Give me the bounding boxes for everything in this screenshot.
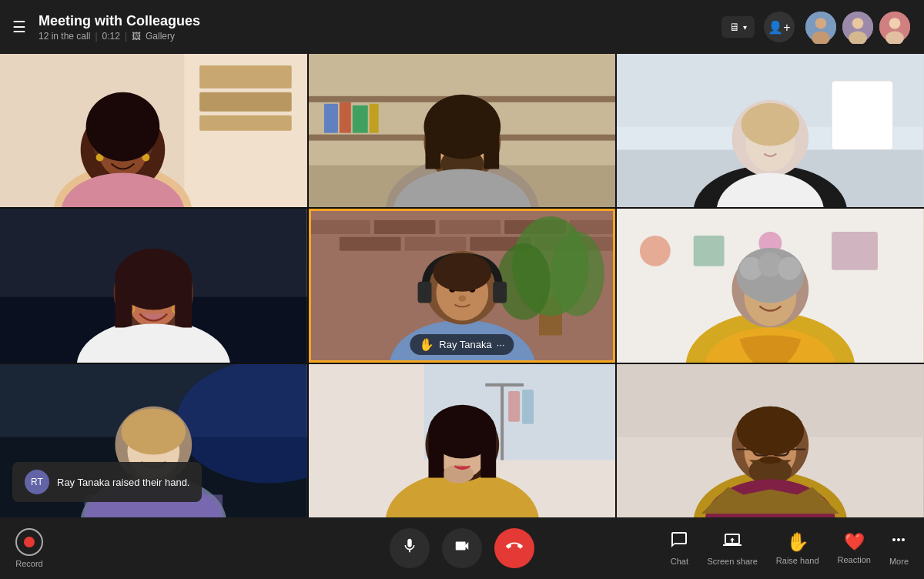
video-cell-1[interactable] — [0, 54, 307, 207]
video-cell-3[interactable] — [617, 54, 924, 207]
reaction-action[interactable]: ❤️ Reaction — [838, 532, 871, 564]
svg-rect-28 — [324, 104, 338, 133]
notification-toast: RT Ray Tanaka raised their hand. — [12, 462, 202, 502]
svg-rect-40 — [425, 123, 440, 169]
video-cell-8[interactable] — [309, 364, 616, 517]
reaction-icon: ❤️ — [844, 532, 865, 552]
svg-point-7 — [889, 18, 901, 29]
svg-point-52 — [742, 103, 800, 146]
view-mode: Gallery — [146, 31, 175, 42]
svg-point-92 — [640, 236, 671, 266]
chat-label: Chat — [671, 557, 688, 566]
svg-rect-29 — [340, 102, 351, 133]
camera-button[interactable] — [442, 528, 482, 568]
svg-point-114 — [121, 408, 186, 454]
svg-point-81 — [551, 232, 604, 316]
more-label: More — [889, 557, 909, 566]
add-person-button[interactable]: 👤+ — [764, 12, 795, 42]
toast-avatar: RT — [25, 470, 49, 494]
video-cell-2[interactable] — [309, 54, 616, 207]
svg-rect-70 — [373, 220, 435, 234]
svg-rect-30 — [352, 105, 367, 133]
screen-layout-button[interactable]: 🖥 ▾ — [721, 16, 755, 38]
video-cell-4[interactable] — [0, 209, 307, 362]
raise-hand-label: Raise hand — [776, 556, 819, 565]
meeting-info: Meeting with Colleagues 12 in the call |… — [38, 13, 721, 42]
video-cell-active-speaker[interactable]: ✋ Ray Tanaka ··· — [309, 209, 616, 362]
record-button[interactable]: Record — [15, 528, 43, 568]
screen-share-action[interactable]: Screen share — [707, 530, 757, 566]
raise-hand-icon: ✋ — [786, 531, 809, 553]
toolbar-left: Record — [15, 528, 92, 568]
more-action[interactable]: More — [889, 530, 909, 566]
svg-rect-134 — [480, 427, 496, 477]
more-icon — [889, 530, 908, 554]
mic-icon — [401, 537, 418, 559]
screen-icon: 🖥 — [729, 21, 740, 33]
svg-rect-74 — [340, 237, 401, 251]
avatar-2[interactable] — [841, 10, 875, 44]
svg-rect-122 — [522, 390, 534, 424]
more-options-dots[interactable]: ··· — [497, 339, 505, 350]
svg-rect-31 — [369, 104, 378, 133]
meeting-title: Meeting with Colleagues — [38, 13, 721, 29]
header-right-controls: 🖥 ▾ 👤+ — [721, 10, 912, 44]
svg-point-149 — [737, 406, 805, 455]
meeting-header: ☰ Meeting with Colleagues 12 in the call… — [0, 0, 924, 54]
svg-point-22 — [86, 92, 160, 162]
call-timer: 0:12 — [102, 31, 120, 42]
menu-button[interactable]: ☰ — [12, 18, 26, 36]
video-cell-6[interactable] — [617, 209, 924, 362]
svg-rect-95 — [832, 232, 878, 270]
svg-point-105 — [778, 257, 802, 280]
svg-rect-69 — [309, 220, 370, 234]
add-person-icon: 👤+ — [768, 20, 790, 35]
video-grid: ✋ Ray Tanaka ··· — [0, 54, 924, 517]
chevron-down-icon: ▾ — [743, 23, 747, 32]
svg-point-89 — [458, 296, 466, 302]
svg-rect-120 — [485, 383, 524, 387]
svg-rect-65 — [175, 274, 192, 328]
svg-rect-13 — [199, 115, 292, 131]
participants-count: 12 in the call — [38, 31, 90, 42]
video-cell-9[interactable] — [617, 364, 924, 517]
chat-action[interactable]: Chat — [670, 530, 688, 566]
mute-button[interactable] — [390, 528, 430, 568]
end-call-button[interactable] — [494, 528, 534, 568]
svg-rect-45 — [832, 81, 893, 150]
screen-share-label: Screen share — [707, 557, 757, 566]
svg-rect-84 — [417, 282, 431, 303]
screen-share-icon — [723, 530, 742, 554]
chat-icon — [670, 530, 688, 554]
toolbar-right: Chat Screen share ✋ Raise hand ❤️ Reacti… — [670, 530, 909, 566]
svg-rect-12 — [199, 92, 292, 112]
gallery-icon: 🖼 — [132, 31, 141, 42]
svg-rect-11 — [199, 65, 292, 89]
svg-rect-133 — [428, 427, 444, 477]
toolbar: Record — [0, 517, 924, 579]
participant-avatars — [804, 10, 912, 44]
camera-icon — [454, 537, 470, 559]
raise-hand-action[interactable]: ✋ Raise hand — [776, 531, 819, 565]
raised-hand-emoji: ✋ — [419, 337, 434, 352]
svg-point-1 — [815, 18, 827, 29]
svg-point-80 — [497, 243, 551, 320]
svg-rect-121 — [508, 391, 520, 422]
svg-rect-64 — [115, 274, 132, 328]
call-controls — [390, 528, 534, 568]
avatar-3[interactable] — [878, 10, 912, 44]
record-indicator — [15, 528, 43, 556]
svg-rect-75 — [404, 237, 466, 251]
avatar-1[interactable] — [804, 10, 838, 44]
svg-rect-119 — [500, 383, 504, 460]
svg-rect-85 — [493, 282, 507, 303]
svg-rect-71 — [439, 220, 500, 234]
svg-point-90 — [433, 253, 491, 292]
active-speaker-label: ✋ Ray Tanaka ··· — [410, 334, 514, 355]
svg-rect-93 — [694, 236, 725, 266]
meeting-meta: 12 in the call | 0:12 | 🖼 Gallery — [38, 31, 721, 42]
reaction-label: Reaction — [838, 555, 871, 564]
active-speaker-name: Ray Tanaka — [439, 339, 491, 350]
svg-rect-41 — [484, 123, 499, 169]
svg-point-4 — [852, 18, 864, 29]
